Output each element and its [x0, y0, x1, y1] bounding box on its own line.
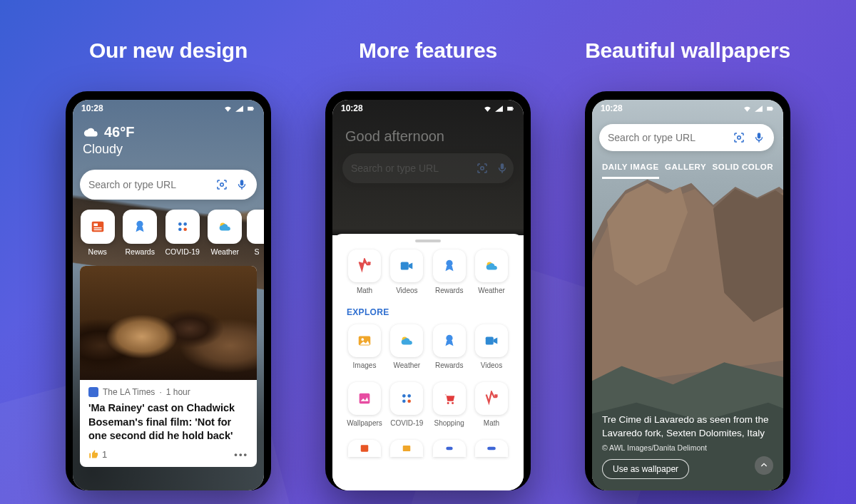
svg-point-9	[178, 222, 182, 226]
grid-peek[interactable]: .	[472, 440, 511, 469]
grid-label: Math	[357, 287, 372, 294]
svg-rect-5	[93, 223, 98, 226]
panel-title-design: Our new design	[89, 38, 248, 63]
svg-point-19	[446, 260, 452, 267]
grid-label: Weather	[394, 361, 421, 369]
svg-point-8	[137, 221, 143, 227]
mic-icon[interactable]	[235, 178, 248, 191]
search-input[interactable]	[351, 163, 476, 174]
search-bar[interactable]	[80, 170, 257, 200]
signal-icon	[494, 104, 504, 113]
grid-rewards[interactable]: Rewards	[430, 250, 469, 294]
like-button[interactable]: 1	[88, 449, 107, 460]
card-menu-icon[interactable]: •••	[234, 449, 248, 460]
grid-covid[interactable]: COVID-19	[387, 382, 426, 427]
grid-peek[interactable]: .	[387, 440, 426, 469]
status-bar: 10:28	[73, 100, 264, 117]
quick-label: S	[254, 247, 259, 256]
quick-access-row: News Rewards COVID-19 Weather	[80, 210, 264, 256]
search-input[interactable]	[608, 132, 733, 143]
sheet-handle[interactable]	[415, 240, 441, 242]
status-time: 10:28	[601, 103, 623, 113]
tab-solid-color[interactable]: SOLID COLOR	[713, 163, 773, 179]
search-bar-dimmed[interactable]	[342, 153, 514, 183]
phone-frame-1: 10:28 46°F Cloudy	[66, 91, 271, 490]
grid-weather[interactable]: Weather	[472, 250, 511, 294]
svg-point-12	[183, 227, 187, 231]
search-input[interactable]	[88, 179, 215, 190]
grid-wallpapers[interactable]: Wallpapers	[345, 382, 384, 427]
mic-icon[interactable]	[496, 162, 509, 175]
grid-label: COVID-19	[390, 419, 423, 427]
svg-rect-25	[486, 337, 494, 345]
wifi-icon	[483, 104, 492, 113]
grid-math2[interactable]: Math	[472, 382, 511, 427]
svg-rect-6	[93, 227, 101, 228]
search-bar[interactable]	[599, 124, 774, 151]
signal-icon	[754, 104, 763, 113]
grid-label: Rewards	[435, 361, 463, 369]
grid-videos[interactable]: Videos	[387, 250, 426, 294]
svg-rect-7	[93, 230, 101, 230]
svg-point-10	[183, 222, 187, 226]
wifi-icon	[743, 104, 752, 113]
svg-point-22	[361, 338, 364, 341]
overflow-menu-icon[interactable]: •••	[780, 130, 783, 145]
caption-line1: Tre Cime di Lavaredo as seen from the	[602, 413, 773, 427]
svg-rect-17	[501, 163, 504, 169]
status-time: 10:28	[81, 103, 103, 113]
svg-rect-37	[773, 108, 773, 109]
status-icons	[743, 104, 775, 113]
quick-weather[interactable]: Weather	[208, 210, 243, 256]
source-icon	[88, 387, 98, 397]
scan-icon[interactable]	[215, 178, 228, 191]
quick-covid[interactable]: COVID-19	[165, 210, 200, 256]
svg-point-38	[738, 136, 741, 140]
svg-rect-34	[403, 446, 411, 451]
caption-line2: Lavaredo fork, Sexten Dolomites, Italy	[602, 427, 773, 441]
explore-header: EXPLORE	[332, 294, 524, 324]
status-time: 10:28	[341, 103, 363, 113]
grid-math[interactable]: Math	[345, 250, 384, 294]
svg-point-27	[402, 394, 406, 398]
scan-icon[interactable]	[476, 162, 489, 175]
news-card[interactable]: The LA Times · 1 hour 'Ma Rainey' cast o…	[80, 266, 257, 467]
quick-news[interactable]: News	[80, 210, 116, 256]
grid-label: Videos	[396, 287, 417, 294]
battery-icon	[765, 104, 775, 113]
like-count: 1	[102, 449, 107, 460]
scroll-top-button[interactable]	[755, 456, 773, 475]
svg-point-16	[481, 167, 484, 170]
battery-icon	[506, 104, 515, 113]
grid-videos2[interactable]: Videos	[472, 324, 511, 369]
grid-peek[interactable]: .	[345, 440, 384, 469]
svg-rect-26	[360, 394, 370, 404]
quick-label: COVID-19	[165, 247, 200, 256]
svg-rect-39	[758, 133, 761, 138]
scan-icon[interactable]	[733, 131, 745, 144]
grid-rewards2[interactable]: Rewards	[430, 324, 469, 369]
quick-label: Weather	[211, 247, 240, 256]
grid-label: Rewards	[435, 287, 463, 294]
grid-label: Weather	[478, 287, 505, 294]
quick-label: News	[88, 247, 107, 256]
news-headline: 'Ma Rainey' cast on Chadwick Boseman's f…	[80, 401, 257, 443]
mic-icon[interactable]	[753, 131, 765, 144]
grid-weather2[interactable]: Weather	[387, 324, 426, 369]
use-as-wallpaper-button[interactable]: Use as wallpaper	[602, 459, 689, 479]
grid-label: Wallpapers	[347, 419, 382, 427]
battery-icon	[246, 104, 255, 113]
tab-daily-image[interactable]: DAILY IMAGE	[602, 163, 659, 179]
svg-point-2	[220, 183, 224, 187]
grid-peek[interactable]: .	[430, 440, 469, 469]
tab-gallery[interactable]: GALLERY	[665, 163, 706, 179]
grid-images[interactable]: Images	[345, 324, 384, 369]
quick-label: Rewards	[126, 247, 155, 256]
svg-rect-36	[767, 106, 773, 110]
svg-rect-15	[513, 108, 514, 109]
cloud-icon	[83, 125, 98, 140]
quick-rewards[interactable]: Rewards	[123, 210, 158, 256]
panel-title-features: More features	[359, 38, 497, 63]
grid-shopping[interactable]: Shopping	[430, 382, 469, 427]
quick-more[interactable]: S	[250, 210, 264, 256]
